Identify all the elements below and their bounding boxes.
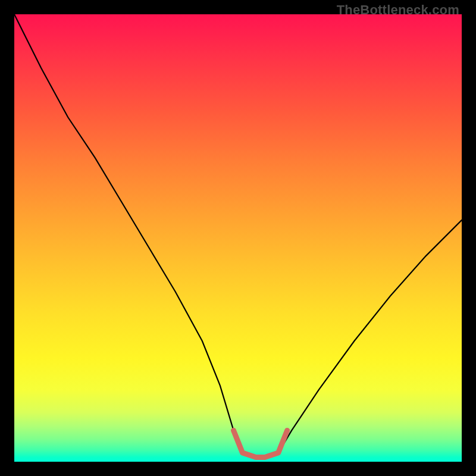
curve-svg xyxy=(14,14,462,462)
bottleneck-curve-path xyxy=(14,14,462,458)
chart-frame: TheBottleneck.com xyxy=(0,0,476,476)
target-band-path xyxy=(234,430,287,457)
plot-area xyxy=(14,14,462,462)
